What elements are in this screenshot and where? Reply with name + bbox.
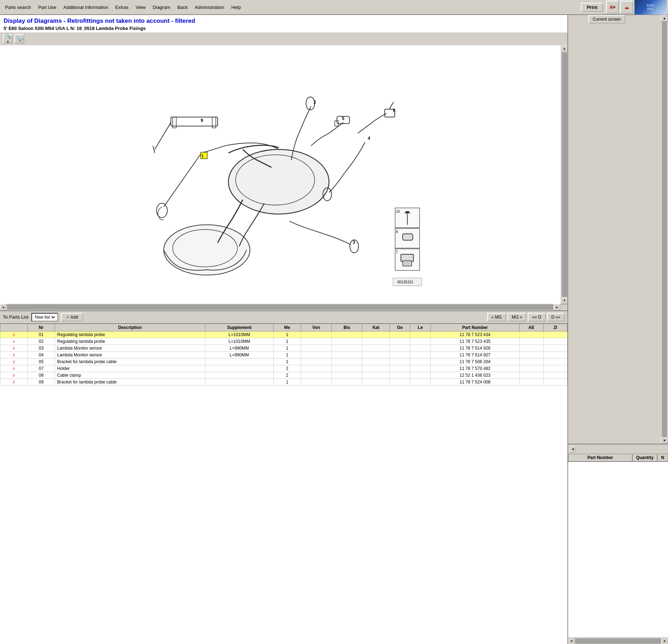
scroll-left-button[interactable]: ◄ [0, 304, 6, 310]
th-le: Le [410, 324, 430, 331]
row-description: Lambda Monitor sensor [55, 345, 205, 351]
row-zi [543, 351, 567, 358]
title-area: Display of Diagrams - Retrofittings not … [0, 15, 567, 33]
row-bis [332, 372, 362, 378]
toolbar-icon-car[interactable]: 🚗 [620, 1, 633, 14]
row-zi [543, 378, 567, 385]
table-row[interactable]: i 01 Regulating lambda probe L=1010MM 1 … [0, 331, 567, 338]
row-le [410, 331, 430, 338]
menu-diagram[interactable]: Diagram [149, 3, 174, 11]
info-icon[interactable]: i [13, 373, 14, 377]
right-scroll-up[interactable]: ▲ [661, 15, 668, 21]
right-scroll-track [575, 639, 661, 644]
mg-next-button[interactable]: MG » [508, 313, 526, 321]
row-nr: 07 [27, 365, 55, 372]
right-nav-left[interactable]: ◄ [570, 446, 576, 452]
right-hscroll-right[interactable]: ► [662, 638, 668, 644]
zoom-in-button[interactable]: 🔍+ [3, 34, 13, 43]
mg-prev-button[interactable]: « MG [487, 313, 506, 321]
row-kat [362, 372, 390, 378]
current-screen-button[interactable]: Current screen [588, 15, 625, 24]
menu-back[interactable]: Back [174, 3, 191, 11]
right-scroll-down[interactable]: ▼ [661, 437, 668, 444]
new-list-select-input[interactable]: New list [34, 314, 56, 320]
d-next-button[interactable]: D »» [547, 313, 565, 321]
info-icon[interactable]: i [13, 360, 14, 364]
svg-line-0 [164, 153, 202, 207]
th-ge: Ge [389, 324, 410, 331]
table-row[interactable]: i 02 Regulating lambda probe L=1010MM 1 … [0, 338, 567, 345]
row-me: 1 [274, 358, 301, 365]
row-le [410, 345, 430, 351]
row-le [410, 338, 430, 345]
svg-text:6: 6 [393, 108, 396, 113]
right-th-part-number: Part Number [568, 454, 632, 462]
svg-text:9: 9 [201, 118, 203, 123]
info-icon[interactable]: i [13, 339, 14, 344]
print-button[interactable]: Print [581, 3, 603, 12]
menu-administration[interactable]: Administration [191, 3, 228, 11]
th-kat: Kat [362, 324, 390, 331]
row-part-number: 11 78 7 523 435 [430, 338, 519, 345]
row-me: 1 [274, 338, 301, 345]
table-row[interactable]: i 05 Bracket for lambda probe cable 1 11… [0, 358, 567, 365]
new-list-dropdown[interactable]: New list [31, 313, 58, 321]
table-row[interactable]: i 07 Holder 2 11 78 7 570 482 [0, 365, 567, 372]
zoom-out-button[interactable]: 🔍- [14, 34, 24, 43]
table-row[interactable]: i 08 Cable clamp 2 12 52 1 436 023 [0, 372, 567, 378]
diagram-area: 1 [0, 45, 567, 304]
parts-list-bar: To Parts List New list ✓ Add « MG MG » «… [0, 310, 567, 324]
row-ge [389, 338, 410, 345]
row-zi [543, 358, 567, 365]
row-ae [519, 372, 543, 378]
scroll-right-button[interactable]: ► [554, 304, 560, 310]
d-prev-button[interactable]: «« D [528, 313, 545, 321]
svg-point-9 [228, 149, 329, 214]
row-info: i [0, 378, 28, 385]
menu-part-use[interactable]: Part Use [35, 3, 60, 11]
toolbar-icons: AN 🚗 [606, 1, 633, 14]
row-ge [389, 378, 410, 385]
row-kat [362, 365, 390, 372]
menu-extras[interactable]: Extras [112, 3, 132, 11]
right-th-n: N [657, 454, 668, 462]
info-icon[interactable]: i [13, 333, 14, 337]
row-ge [389, 372, 410, 378]
svg-rect-29 [403, 261, 412, 266]
menu-view[interactable]: View [132, 3, 149, 11]
diagram-vscroll: ▲ ▼ [561, 45, 567, 304]
right-hscroll-left[interactable]: ◄ [568, 638, 575, 644]
row-le [410, 378, 430, 385]
info-icon[interactable]: i [13, 353, 14, 357]
row-description: Lambda Monitor sensor [55, 351, 205, 358]
row-supplement: L=1010MM [205, 331, 274, 338]
add-button[interactable]: ✓ Add [61, 313, 83, 321]
scroll-up-button[interactable]: ▲ [561, 45, 568, 52]
title-sub-bold: 18_0518 Lambda Probe Fixings [77, 26, 146, 31]
parts-table: Nr Description Supplement Me Von Bis Kat… [0, 324, 567, 386]
info-icon[interactable]: i [13, 380, 14, 384]
zoom-controls: 🔍+ 🔍- [0, 33, 567, 45]
svg-text:8: 8 [396, 230, 398, 234]
menu-help[interactable]: Help [228, 3, 245, 11]
info-icon[interactable]: i [13, 346, 14, 350]
row-info: i [0, 331, 28, 338]
menu-parts-search[interactable]: Parts search [1, 3, 35, 11]
row-description: Cable clamp [55, 372, 205, 378]
svg-text:00126151: 00126151 [397, 280, 413, 284]
row-zi [543, 372, 567, 378]
table-row[interactable]: i 04 Lambda Monitor sensor L=990MM 1 11 … [0, 351, 567, 358]
table-row[interactable]: i 09 Bracket for lambda probe cable 1 11… [0, 378, 567, 385]
row-bis [332, 358, 362, 365]
row-part-number: 12 52 1 436 023 [430, 372, 519, 378]
row-part-number: 11 78 7 514 927 [430, 351, 519, 358]
toolbar-icon-a[interactable]: AN [606, 1, 619, 14]
menu-additional-info[interactable]: Additional Information [60, 3, 112, 11]
row-nr: 03 [27, 345, 55, 351]
row-info: i [0, 351, 28, 358]
row-bis [332, 378, 362, 385]
info-icon[interactable]: i [13, 366, 14, 371]
row-kat [362, 345, 390, 351]
scroll-down-button[interactable]: ▼ [561, 298, 568, 304]
table-row[interactable]: i 03 Lambda Monitor sensor L=990MM 1 11 … [0, 345, 567, 351]
